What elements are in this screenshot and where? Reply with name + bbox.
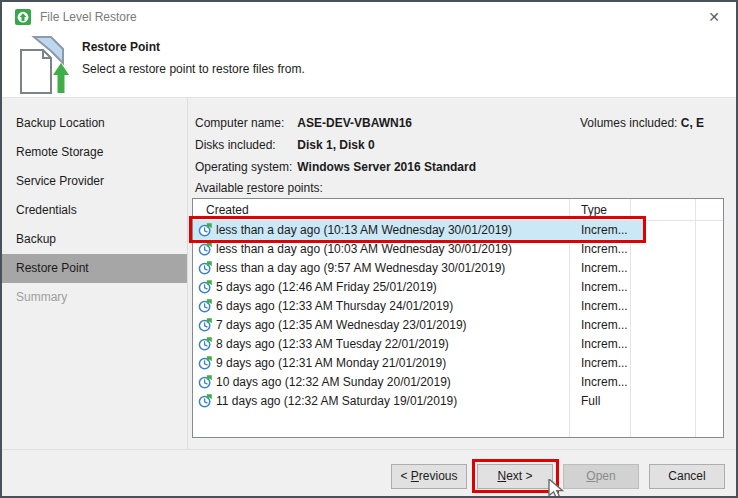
available-restore-points-label: Available restore points: — [195, 181, 323, 197]
cancel-button[interactable]: Cancel — [649, 464, 725, 489]
column-header-type[interactable]: Type — [581, 203, 607, 217]
restore-point-row[interactable]: less than a day ago (9:57 AM Wednesday 3… — [193, 259, 723, 278]
column-header-created[interactable]: Created — [206, 203, 249, 217]
restore-point-row[interactable]: 6 days ago (12:33 AM Thursday 24/01/2019… — [193, 297, 723, 316]
restore-point-clock-icon — [198, 394, 212, 408]
open-button: Open — [563, 464, 639, 489]
wizard-header: Restore Point Select a restore point to … — [2, 32, 736, 98]
table-body: less than a day ago (10:13 AM Wednesday … — [193, 221, 723, 437]
file-level-restore-window: File Level Restore ✕ Restore Point Selec… — [0, 0, 738, 498]
app-icon — [15, 9, 31, 25]
sidebar-item-service-provider[interactable]: Service Provider — [2, 167, 187, 196]
selected-row-highlight-box — [189, 216, 646, 243]
restore-point-type: Increm... — [581, 335, 628, 354]
window-title: File Level Restore — [40, 10, 137, 24]
close-icon[interactable]: ✕ — [705, 8, 723, 26]
volumes-value: C, E — [681, 116, 704, 130]
computer-name-value: ASE-DEV-VBAWN16 — [297, 116, 412, 130]
sidebar-item-credentials[interactable]: Credentials — [2, 196, 187, 225]
restore-files-icon — [16, 34, 72, 99]
restore-point-clock-icon — [198, 337, 212, 351]
page-subtitle: Select a restore point to restore files … — [82, 62, 305, 76]
sidebar-item-backup[interactable]: Backup — [2, 225, 187, 254]
restore-point-clock-icon — [198, 375, 212, 389]
sidebar-item-backup-location[interactable]: Backup Location — [2, 109, 187, 138]
sidebar-item-restore-point[interactable]: Restore Point — [2, 254, 187, 283]
restore-point-row[interactable]: 8 days ago (12:33 AM Tuesday 22/01/2019)… — [193, 335, 723, 354]
previous-button[interactable]: < Previous — [391, 464, 467, 489]
wizard-steps-sidebar: Backup LocationRemote StorageService Pro… — [2, 98, 188, 449]
os-line: Operating system: Windows Server 2016 St… — [195, 160, 476, 176]
restore-point-row[interactable]: 11 days ago (12:32 AM Saturday 19/01/201… — [193, 392, 723, 411]
sidebar-item-remote-storage[interactable]: Remote Storage — [2, 138, 187, 167]
os-label: Operating system: — [195, 160, 294, 174]
restore-point-row[interactable]: 9 days ago (12:31 AM Monday 21/01/2019) … — [193, 354, 723, 373]
restore-point-clock-icon — [198, 280, 212, 294]
restore-point-created: 6 days ago (12:33 AM Thursday 24/01/2019… — [216, 297, 453, 316]
mouse-cursor-icon — [548, 479, 568, 498]
next-button-highlight-box — [472, 459, 559, 493]
restore-point-type: Increm... — [581, 373, 628, 392]
restore-point-type: Increm... — [581, 259, 628, 278]
restore-point-type: Increm... — [581, 354, 628, 373]
restore-point-created: less than a day ago (9:57 AM Wednesday 3… — [216, 259, 505, 278]
restore-point-row[interactable]: 7 days ago (12:35 AM Wednesday 23/01/201… — [193, 316, 723, 335]
restore-point-clock-icon — [198, 318, 212, 332]
disks-line: Disks included: Disk 1, Disk 0 — [195, 138, 375, 154]
restore-point-created: 10 days ago (12:32 AM Sunday 20/01/2019) — [216, 373, 451, 392]
restore-point-type: Increm... — [581, 278, 628, 297]
restore-point-created: 11 days ago (12:32 AM Saturday 19/01/201… — [216, 392, 457, 411]
restore-point-row[interactable]: 10 days ago (12:32 AM Sunday 20/01/2019)… — [193, 373, 723, 392]
restore-point-type: Increm... — [581, 316, 628, 335]
os-value: Windows Server 2016 Standard — [297, 160, 476, 174]
volumes-line: Volumes included: C, E — [580, 116, 704, 132]
restore-point-created: 5 days ago (12:46 AM Friday 25/01/2019) — [216, 278, 437, 297]
computer-name-line: Computer name: ASE-DEV-VBAWN16 — [195, 116, 412, 132]
restore-point-type: Increm... — [581, 297, 628, 316]
page-title: Restore Point — [82, 40, 160, 54]
disks-value: Disk 1, Disk 0 — [297, 138, 374, 152]
restore-point-clock-icon — [198, 356, 212, 370]
restore-point-clock-icon — [198, 299, 212, 313]
restore-point-clock-icon — [198, 261, 212, 275]
restore-point-created: 8 days ago (12:33 AM Tuesday 22/01/2019) — [216, 335, 449, 354]
restore-point-row[interactable]: 5 days ago (12:46 AM Friday 25/01/2019) … — [193, 278, 723, 297]
restore-point-clock-icon — [198, 242, 212, 256]
computer-name-label: Computer name: — [195, 116, 294, 130]
disks-label: Disks included: — [195, 138, 294, 152]
restore-point-type: Full — [581, 392, 600, 411]
sidebar-item-summary[interactable]: Summary — [2, 283, 187, 312]
volumes-label: Volumes included: — [580, 116, 677, 130]
title-bar: File Level Restore ✕ — [2, 2, 736, 32]
restore-point-created: 9 days ago (12:31 AM Monday 21/01/2019) — [216, 354, 446, 373]
restore-point-created: 7 days ago (12:35 AM Wednesday 23/01/201… — [216, 316, 467, 335]
